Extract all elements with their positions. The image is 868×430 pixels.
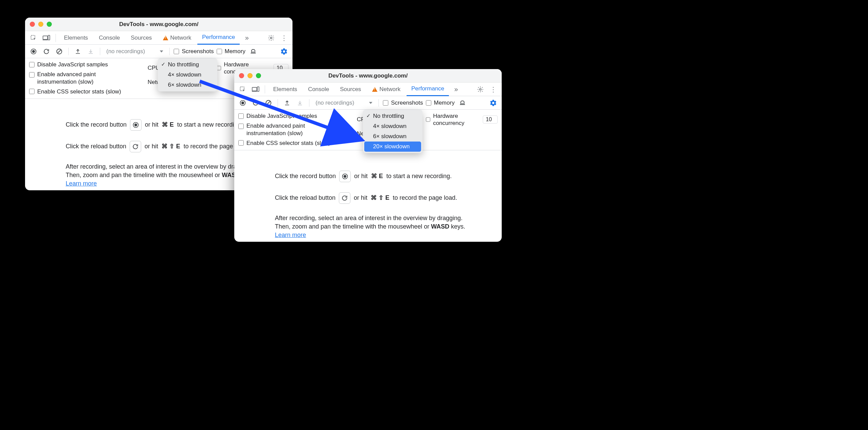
screenshots-checkbox[interactable]: Screenshots [174, 48, 214, 55]
help-text: or hit [145, 142, 158, 151]
recordings-select[interactable]: (no recordings) [313, 100, 374, 106]
dropdown-item-6x[interactable]: 6× slowdown [363, 131, 422, 142]
performance-toolbar: (no recordings) Screenshots Memory [234, 96, 502, 110]
close-icon[interactable] [239, 73, 244, 78]
kebab-menu-icon[interactable]: ⋮ [487, 84, 499, 95]
upload-icon[interactable] [73, 46, 83, 57]
reload-button-icon[interactable] [251, 98, 261, 108]
warning-icon [163, 36, 168, 40]
dropdown-item-4x[interactable]: 4× slowdown [158, 70, 217, 80]
dropdown-item-6x[interactable]: 6× slowdown [158, 80, 217, 90]
tab-console[interactable]: Console [303, 83, 334, 96]
help-text: or hit [354, 172, 368, 180]
device-toolbar-icon[interactable] [41, 32, 52, 44]
cpu-throttling-dropdown[interactable]: No throttling 4× slowdown 6× slowdown [158, 58, 217, 91]
settings-gear-icon[interactable] [475, 84, 486, 95]
dropdown-item-no-throttling[interactable]: No throttling [363, 111, 422, 121]
screenshots-checkbox[interactable]: Screenshots [383, 100, 423, 106]
minimize-icon[interactable] [38, 22, 43, 27]
svg-point-3 [270, 37, 272, 39]
upload-icon[interactable] [282, 98, 292, 108]
help-text: Then, zoom and pan the timeline with the… [66, 172, 222, 178]
window-title: DevTools - www.google.com/ [119, 21, 198, 28]
svg-rect-2 [48, 35, 50, 40]
garbage-collect-icon[interactable] [457, 98, 468, 108]
separator [100, 48, 100, 55]
learn-more-link[interactable]: Learn more [66, 180, 97, 187]
dropdown-item-20x[interactable]: 20× slowdown [364, 142, 421, 152]
tab-sources[interactable]: Sources [335, 83, 366, 96]
keyboard-shortcut: ⌘ E [162, 121, 174, 129]
traffic-lights [30, 22, 52, 27]
record-button-icon[interactable] [238, 98, 248, 108]
css-selector-stats-checkbox[interactable]: Enable CSS selector stats (slow) [238, 139, 353, 147]
devtools-window-right: DevTools - www.google.com/ Elements Cons… [234, 69, 502, 242]
inspect-element-icon[interactable] [237, 84, 248, 95]
help-text: keys. [449, 223, 465, 230]
tab-elements[interactable]: Elements [59, 31, 93, 45]
help-text: to start a new recording. [177, 121, 242, 129]
record-button-icon[interactable] [28, 46, 39, 57]
tab-label: Network [170, 35, 191, 41]
minimize-icon[interactable] [247, 73, 253, 78]
settings-gear-icon[interactable] [265, 32, 277, 44]
reload-button-icon[interactable] [41, 46, 51, 57]
clear-button-icon[interactable] [263, 98, 274, 108]
advanced-paint-checkbox[interactable]: Enable advanced paint instrumentation (s… [29, 71, 144, 85]
checkbox-label: Enable CSS selector stats (slow) [37, 88, 121, 95]
dropdown-item-4x[interactable]: 4× slowdown [363, 121, 422, 131]
inspect-element-icon[interactable] [28, 32, 39, 44]
capture-settings-gear-icon[interactable] [279, 46, 289, 57]
capture-settings-gear-icon[interactable] [488, 98, 498, 108]
maximize-icon[interactable] [47, 22, 52, 27]
cpu-throttling-dropdown[interactable]: No throttling 4× slowdown 6× slowdown 20… [363, 110, 422, 153]
recordings-select[interactable]: (no recordings) [104, 48, 165, 55]
advanced-paint-checkbox[interactable]: Enable advanced paint instrumentation (s… [238, 122, 353, 137]
record-button-demo-icon [130, 119, 142, 131]
titlebar: DevTools - www.google.com/ [25, 18, 292, 31]
chevron-down-icon [369, 102, 372, 104]
disable-js-samples-checkbox[interactable]: Disable JavaScript samples [238, 112, 353, 120]
tab-elements[interactable]: Elements [268, 83, 302, 96]
device-toolbar-icon[interactable] [250, 84, 261, 95]
svg-rect-10 [252, 87, 257, 91]
tab-sources[interactable]: Sources [126, 31, 156, 45]
tab-performance[interactable]: Performance [197, 31, 240, 45]
chevron-down-icon [160, 50, 163, 52]
dropdown-item-no-throttling[interactable]: No throttling [158, 60, 217, 70]
tab-network[interactable]: Network [158, 31, 196, 45]
more-tabs-icon[interactable]: » [241, 32, 253, 44]
learn-more-link[interactable]: Learn more [275, 232, 306, 238]
download-icon[interactable] [295, 98, 305, 108]
help-text: Click the record button [275, 172, 336, 180]
download-icon[interactable] [86, 46, 96, 57]
hardware-concurrency-checkbox[interactable]: Hardware concurrency [426, 112, 480, 127]
recordings-label: (no recordings) [106, 48, 145, 55]
maximize-icon[interactable] [256, 73, 261, 78]
tab-console[interactable]: Console [94, 31, 125, 45]
window-title: DevTools - www.google.com/ [328, 72, 408, 79]
record-button-demo-icon [339, 171, 351, 182]
hardware-concurrency-input[interactable]: 10 [483, 115, 498, 124]
close-icon[interactable] [30, 22, 35, 27]
svg-point-8 [134, 124, 137, 126]
disable-js-samples-checkbox[interactable]: Disable JavaScript samples [29, 61, 144, 68]
tab-network[interactable]: Network [367, 83, 405, 96]
checkbox-label: Enable CSS selector stats (slow) [246, 139, 330, 147]
keyboard-shortcut: ⌘ ⇧ E [161, 142, 180, 151]
clear-button-icon[interactable] [54, 46, 64, 57]
css-selector-stats-checkbox[interactable]: Enable CSS selector stats (slow) [29, 88, 144, 95]
tab-label: Network [379, 86, 400, 93]
memory-checkbox[interactable]: Memory [217, 48, 245, 55]
garbage-collect-icon[interactable] [248, 46, 258, 57]
keyboard-shortcut: ⌘ ⇧ E [371, 194, 389, 202]
separator [278, 99, 278, 107]
memory-checkbox[interactable]: Memory [426, 100, 455, 106]
separator [309, 99, 309, 107]
main-tabbar: Elements Console Sources Network Perform… [234, 83, 502, 96]
help-text: Click the reload button [66, 142, 126, 151]
checkbox-label: Enable advanced paint [246, 122, 305, 129]
kebab-menu-icon[interactable]: ⋮ [278, 32, 290, 44]
tab-performance[interactable]: Performance [407, 83, 449, 96]
more-tabs-icon[interactable]: » [450, 84, 462, 95]
